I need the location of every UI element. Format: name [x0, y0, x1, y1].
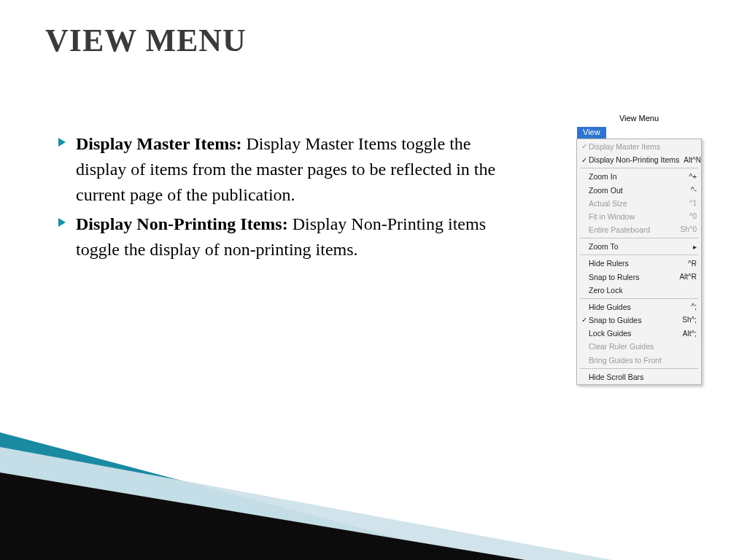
menu-item-shortcut: Alt^N: [684, 155, 701, 166]
menu-item[interactable]: Zoom To▸: [577, 240, 701, 253]
menu-item-label: Hide Guides: [589, 302, 687, 312]
check-icon: ✓: [580, 155, 589, 166]
view-menu-screenshot: View Menu View ✓Display Master Items✓Dis…: [576, 114, 702, 385]
menu-item[interactable]: Hide Guides^;: [577, 300, 701, 314]
check-icon: ✓: [580, 141, 589, 152]
menu-separator: [580, 238, 698, 238]
menu-item-label: Display Non-Printing Items: [589, 155, 679, 165]
menu-caption: View Menu: [576, 114, 702, 122]
menu-item[interactable]: Zero Lock: [577, 284, 701, 297]
submenu-arrow-icon: ▸: [693, 242, 697, 252]
menu-item: Bring Guides to Front: [577, 354, 701, 367]
slide: VIEW MENU Display Master Items: Display …: [0, 0, 747, 560]
menu-item-label: Actual Size: [589, 198, 685, 209]
menu-item-label: Lock Guides: [589, 328, 678, 338]
bullet-item: Display Non-Printing Items: Display Non-…: [58, 211, 496, 262]
menu-separator: [580, 368, 698, 369]
triangle-bullet-icon: [58, 138, 66, 147]
menu-item[interactable]: Hide Scroll Bars: [577, 370, 701, 384]
menu-tab-view[interactable]: View: [577, 127, 606, 139]
menu-item-shortcut: ^R: [688, 259, 697, 269]
menu-separator: [580, 168, 698, 168]
menu-item[interactable]: Zoom In^+: [577, 170, 701, 183]
body-text: Display Master Items: Display Master Ite…: [58, 131, 496, 267]
menu-item[interactable]: ✓Display Non-Printing ItemsAlt^N: [577, 153, 701, 166]
menu-item-label: Zero Lock: [589, 285, 692, 295]
menu-item-shortcut: Sh^;: [682, 315, 697, 325]
menu-item: Entire PasteboardSh^0: [577, 223, 701, 236]
menu-item[interactable]: Snap to RulersAlt^R: [577, 271, 701, 284]
menu-item[interactable]: ✓Snap to GuidesSh^;: [577, 314, 701, 327]
check-icon: ✓: [580, 315, 589, 325]
menu-item-shortcut: ^+: [689, 172, 697, 182]
decorative-triangle-teal: [0, 432, 481, 560]
menu-item-label: Snap to Guides: [589, 315, 678, 325]
menu-item: Fit in Window^0: [577, 210, 701, 223]
menu-item-shortcut: Alt^R: [679, 272, 697, 282]
decorative-triangle-dark: [0, 472, 525, 560]
menu-separator: [580, 254, 698, 255]
menu-item-shortcut: ^-: [691, 185, 697, 195]
menu-item-label: Snap to Rulers: [589, 272, 675, 282]
menu-item: ✓Display Master Items: [577, 140, 701, 153]
menu-item-shortcut: ^1: [689, 198, 697, 209]
menu-item-label: Fit in Window: [589, 211, 685, 222]
menu-item[interactable]: Zoom Out^-: [577, 184, 701, 197]
menu-item-label: Zoom Out: [589, 185, 686, 195]
menu-item-label: Zoom To: [589, 241, 689, 252]
bullet-label: Display Non-Printing Items:: [76, 214, 288, 233]
menu-item-label: Hide Scroll Bars: [589, 372, 692, 382]
menu-item-shortcut: Alt^;: [683, 329, 697, 339]
page-title: VIEW MENU: [45, 22, 247, 59]
menu-item-shortcut: ^0: [689, 211, 697, 222]
menu-separator: [580, 298, 698, 299]
menu-item: Actual Size^1: [577, 197, 701, 210]
bullet-paragraph: Display Master Items: Display Master Ite…: [76, 131, 496, 207]
bullet-item: Display Master Items: Display Master Ite…: [58, 131, 496, 207]
menu-item-shortcut: Sh^0: [681, 225, 697, 235]
menu-item-shortcut: ^;: [692, 302, 697, 312]
menu-item-label: Display Master Items: [589, 141, 692, 152]
decorative-sweep: [0, 421, 747, 560]
menu-item: Clear Ruler Guides: [577, 340, 701, 353]
menu-item-label: Clear Ruler Guides: [589, 341, 692, 351]
menu-item-label: Hide Rulers: [589, 258, 684, 268]
triangle-bullet-icon: [58, 218, 66, 227]
menu-panel: ✓Display Master Items✓Display Non-Printi…: [576, 139, 702, 385]
menu-item-label: Bring Guides to Front: [589, 355, 692, 365]
decorative-triangle-light: [0, 447, 613, 560]
bullet-label: Display Master Items:: [76, 134, 242, 153]
menu-item-label: Zoom In: [589, 171, 684, 182]
menu-item[interactable]: Hide Rulers^R: [577, 257, 701, 270]
menu-item-label: Entire Pasteboard: [589, 225, 676, 235]
bullet-paragraph: Display Non-Printing Items: Display Non-…: [76, 211, 496, 262]
menu-item[interactable]: Lock GuidesAlt^;: [577, 327, 701, 340]
